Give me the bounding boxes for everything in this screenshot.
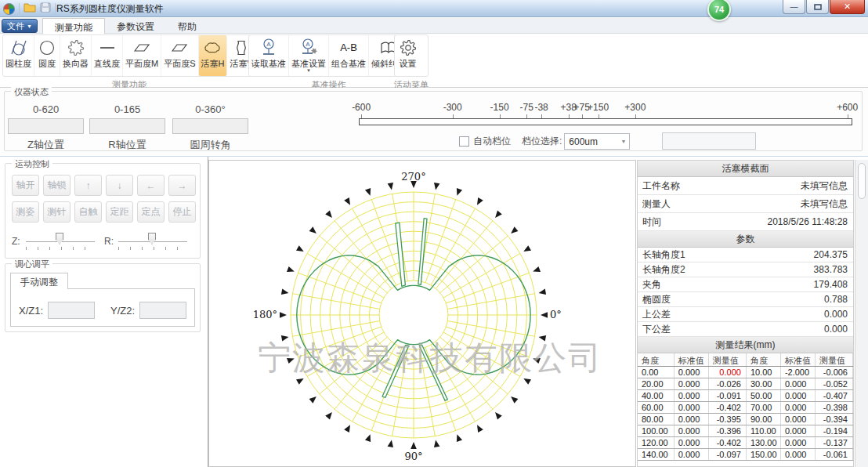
param-row: 上公差0.000 [638, 307, 853, 322]
left-control-panel: 运动控制 轴开轴锁↑↓←→测姿测针自触定距定点停止 Z: R: 调心调平 手动调… [0, 157, 208, 467]
ribbon-button-活塞H[interactable]: 活塞H [199, 35, 228, 76]
motion-button-测姿[interactable]: 测姿 [12, 201, 39, 223]
axis-readout-Z轴位置: 0-620Z轴位置 [8, 103, 84, 152]
param-label: 夹角 [638, 278, 814, 291]
results-cell: 60.00 [638, 402, 675, 413]
axis-name: 圆周转角 [172, 138, 248, 152]
results-row[interactable]: 120.000.000-0.402130.000.000-0.137 [638, 437, 853, 449]
param-value: 0.000 [824, 324, 853, 335]
results-cell: -0.402 [709, 402, 747, 413]
param-value: 179.408 [814, 279, 853, 290]
polar-chart-panel: 270°90°180°0° 宁波森泉科技有限公司 [208, 160, 636, 467]
report-scrollbar[interactable] [855, 160, 868, 467]
motion-button-↑[interactable]: ↑ [74, 175, 102, 196]
ribbon-button-换向器[interactable]: 换向器 [60, 35, 92, 76]
ribbon-button-读取基准[interactable]: A读取基准 [249, 35, 289, 76]
commutator-icon [66, 37, 86, 59]
motion-button-↓[interactable]: ↓ [106, 175, 133, 196]
ribbon-button-组合基准[interactable]: A-B组合基准 [329, 35, 369, 76]
chart-label-270: 270° [401, 171, 425, 183]
maximize-button[interactable] [806, 0, 829, 14]
results-cell: 0.000 [781, 390, 816, 401]
motion-button-轴锁[interactable]: 轴锁 [43, 175, 71, 196]
ribbon-button-基准设置[interactable]: A基准设置▼ [289, 35, 329, 76]
results-header-cell: 测量值 [709, 353, 747, 366]
close-button[interactable]: ✕ [830, 0, 865, 14]
ribbon-button-平面度S[interactable]: 平面度S [161, 35, 198, 76]
param-row: 下公差0.000 [638, 322, 853, 337]
ribbon-button-设置[interactable]: 设置 [395, 35, 421, 76]
param-label: 长轴角度2 [638, 263, 814, 277]
results-cell: 0.000 [675, 367, 709, 378]
results-row[interactable]: 0.000.0000.00010.00-2.000-0.006 [638, 367, 853, 378]
r-slider-ticks [118, 247, 189, 250]
combine-datum-icon: A-B [335, 37, 362, 59]
motion-button-定距[interactable]: 定距 [106, 201, 133, 223]
results-cell: -0.402 [709, 437, 747, 448]
ribbon-button-label: 组合基准 [331, 59, 366, 68]
gear-select-dropdown[interactable]: 600um ▼ [564, 133, 630, 150]
report-scrollbar-thumb[interactable] [858, 163, 866, 199]
motion-button-测针[interactable]: 测针 [43, 201, 71, 223]
tab-manual-adjust[interactable]: 手动调整 [10, 273, 68, 289]
results-row[interactable]: 40.000.000-0.09150.000.000-0.407 [638, 390, 853, 402]
param-value: 383.783 [814, 264, 853, 275]
param-row: 椭圆度0.788 [638, 292, 853, 307]
ribbon-button-直线度[interactable]: 直线度 [92, 35, 123, 76]
results-cell: 0.00 [638, 367, 675, 378]
axis-value-field[interactable] [89, 118, 165, 134]
range-ruler-bar [359, 118, 852, 125]
file-menu-button[interactable]: 文件 ▼ [2, 19, 38, 33]
results-cell: -2.000 [781, 367, 816, 378]
auto-gear-checkbox[interactable] [459, 136, 469, 147]
r-slider-thumb[interactable] [148, 233, 156, 244]
results-row[interactable]: 20.000.000-0.02630.000.000-0.052 [638, 378, 853, 390]
app-icon[interactable] [3, 3, 15, 15]
axis-value-field[interactable] [172, 118, 248, 134]
results-cell: 0.000 [781, 449, 816, 460]
param-label: 下公差 [638, 323, 824, 336]
axis-range: 0-620 [8, 103, 84, 115]
ruler-label: -75 [520, 102, 533, 113]
results-row[interactable]: 100.000.000-0.396110.000.000-0.194 [638, 425, 853, 437]
yz2-field[interactable] [139, 302, 186, 319]
tab-测量功能[interactable]: 测量功能 [42, 18, 105, 34]
param-row: 夹角179.408 [638, 277, 853, 292]
straightness-icon [97, 37, 118, 59]
ribbon-button-平面度M[interactable]: 平面度M [123, 35, 161, 76]
chevron-down-icon: ▼ [27, 24, 32, 29]
results-row[interactable]: 60.000.000-0.40270.000.000-0.398 [638, 402, 853, 414]
results-cell: -0.398 [816, 402, 853, 413]
axis-value-field[interactable] [8, 118, 84, 134]
results-row[interactable]: 140.000.000-0.097150.000.000-0.061 [638, 449, 853, 461]
xz1-label: X/Z1: [19, 305, 43, 317]
datum-settings-icon: A [298, 37, 319, 59]
centering-leveling-legend: 调心调平 [12, 259, 52, 270]
motion-button-→[interactable]: → [168, 175, 196, 196]
param-value: 204.375 [814, 249, 853, 260]
polar-chart: 270°90°180°0° [209, 161, 635, 467]
motion-button-←[interactable]: ← [137, 175, 165, 196]
ribbon-button-圆度[interactable]: 圆度 [34, 35, 60, 76]
results-cell: 30.00 [747, 378, 781, 389]
xz1-field[interactable] [48, 302, 95, 319]
ribbon-button-label: 活塞H [201, 59, 225, 68]
svg-text:A: A [306, 41, 310, 48]
z-slider-thumb[interactable] [56, 233, 63, 244]
tab-帮助[interactable]: 帮助 [166, 18, 208, 34]
results-cell: 110.00 [747, 425, 781, 436]
motion-button-停止[interactable]: 停止 [168, 201, 196, 223]
save-icon[interactable] [40, 2, 51, 16]
svg-text:A-B: A-B [340, 42, 357, 53]
ribbon-button-圆柱度[interactable]: 圆柱度 [3, 35, 34, 76]
results-row[interactable]: 80.000.000-0.39590.000.000-0.394 [638, 414, 853, 425]
motion-button-定点[interactable]: 定点 [137, 201, 165, 223]
motion-button-自触[interactable]: 自触 [74, 201, 102, 223]
gear-extra-field[interactable] [662, 132, 756, 150]
info-label: 时间 [638, 215, 767, 229]
tab-参数设置[interactable]: 参数设置 [105, 18, 166, 34]
ribbon-button-label: 直线度 [94, 59, 120, 68]
open-file-icon[interactable] [24, 2, 36, 16]
minimize-button[interactable]: — [783, 0, 805, 14]
motion-button-轴开[interactable]: 轴开 [12, 175, 39, 196]
